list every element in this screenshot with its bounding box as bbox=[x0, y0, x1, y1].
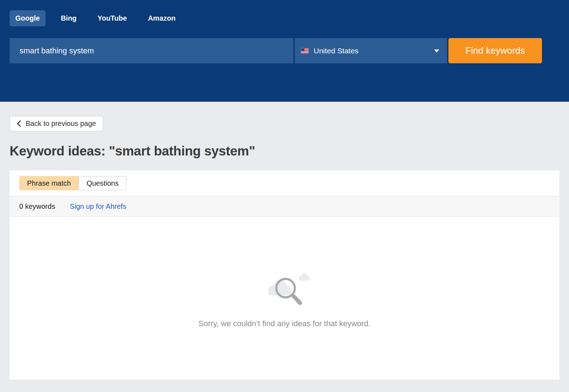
empty-state: Sorry, we couldn’t find any ideas for th… bbox=[10, 217, 559, 380]
engine-tab-amazon[interactable]: Amazon bbox=[142, 10, 181, 26]
top-header: Google Bing YouTube Amazon United States… bbox=[0, 0, 569, 102]
keyword-search-bar: United States Find keywords bbox=[10, 38, 559, 63]
results-card: Phrase match Questions 0 keywords Sign u… bbox=[10, 170, 559, 380]
signup-link[interactable]: Sign up for Ahrefs bbox=[70, 202, 126, 211]
keyword-input[interactable] bbox=[10, 38, 293, 63]
engine-tab-bing[interactable]: Bing bbox=[55, 10, 82, 26]
engine-tab-youtube[interactable]: YouTube bbox=[92, 10, 133, 26]
country-select[interactable]: United States bbox=[295, 38, 447, 63]
page-title: Keyword ideas: "smart bathing system" bbox=[10, 144, 559, 159]
chevron-left-icon bbox=[17, 120, 21, 127]
us-flag-icon bbox=[301, 48, 308, 53]
result-tabs-row: Phrase match Questions bbox=[10, 170, 559, 196]
result-tabs: Phrase match Questions bbox=[19, 176, 126, 190]
keyword-count: 0 keywords bbox=[19, 202, 55, 211]
tab-phrase-match[interactable]: Phrase match bbox=[19, 176, 79, 190]
empty-message: Sorry, we couldn’t find any ideas for th… bbox=[198, 319, 371, 328]
page-content: Back to previous page Keyword ideas: "sm… bbox=[0, 102, 569, 380]
empty-search-illustration bbox=[258, 268, 311, 307]
find-keywords-button[interactable]: Find keywords bbox=[448, 38, 542, 63]
search-engine-tabs: Google Bing YouTube Amazon bbox=[10, 10, 559, 26]
back-button[interactable]: Back to previous page bbox=[10, 116, 103, 131]
engine-tab-google[interactable]: Google bbox=[10, 10, 46, 26]
back-button-label: Back to previous page bbox=[26, 120, 96, 128]
caret-down-icon bbox=[434, 49, 439, 53]
country-label: United States bbox=[314, 47, 358, 55]
tab-questions[interactable]: Questions bbox=[79, 176, 126, 190]
stats-row: 0 keywords Sign up for Ahrefs bbox=[10, 196, 559, 217]
